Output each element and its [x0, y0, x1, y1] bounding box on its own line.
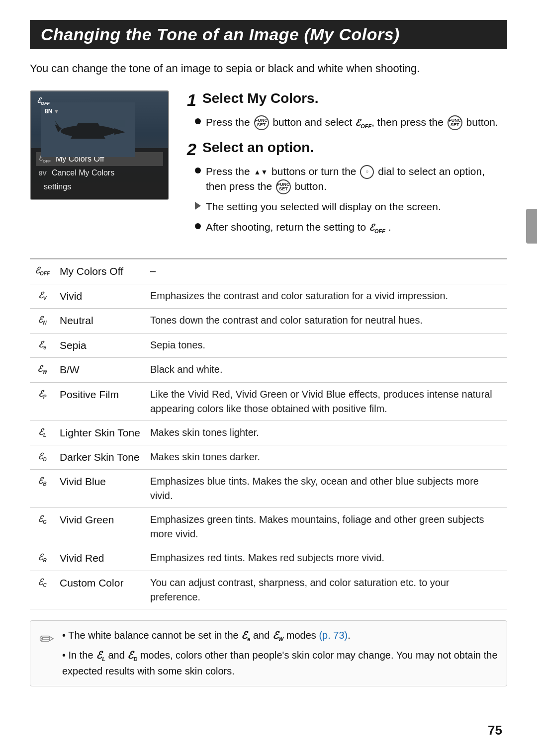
- bullet-dot-icon: [195, 118, 201, 124]
- svg-marker-5: [71, 135, 105, 139]
- svg-text:▼: ▼: [54, 108, 59, 114]
- bullet-dot-icon-2: [195, 168, 201, 173]
- nav-arrows-icon: ▲▼: [254, 167, 268, 177]
- steps-section: 1 Select My Colors. Press the FUNCSET bu…: [187, 90, 507, 244]
- plane-silhouette-icon: 8N ▼: [41, 102, 135, 157]
- table-row: ℰC Custom Color You can adjust contrast,…: [30, 571, 507, 609]
- step-2-bullets: Press the ▲▼ buttons or turn the ○ dial …: [187, 164, 507, 236]
- func-set-icon-2: FUNCSET: [448, 115, 462, 130]
- table-cell-name: Neutral: [55, 309, 145, 333]
- step-2-number: 2: [187, 140, 196, 159]
- table-cell-desc: Makes skin tones darker.: [145, 445, 507, 470]
- step-2-title: Select an option.: [202, 140, 314, 155]
- table-cell-name: Darker Skin Tone: [55, 445, 145, 470]
- table-cell-name: Sepia: [55, 333, 145, 357]
- step-2-bullet-1-text: Press the ▲▼ buttons or turn the ○ dial …: [206, 164, 507, 195]
- table-row: ℰV Vivid Emphasizes the contrast and col…: [30, 284, 507, 308]
- step-2-bullet-1: Press the ▲▼ buttons or turn the ○ dial …: [195, 164, 507, 195]
- table-row: ℰL Lighter Skin Tone Makes skin tones li…: [30, 420, 507, 445]
- dial-icon: ○: [360, 165, 374, 179]
- note-pencil-icon: ✏: [39, 629, 54, 650]
- table-cell-desc: Emphasizes the contrast and color satura…: [145, 284, 507, 308]
- table-icon: ℰV: [38, 291, 47, 300]
- table-cell-name: Vivid Red: [55, 546, 145, 571]
- note-line-2: • In the ℰL and ℰD modes, colors other t…: [62, 648, 498, 679]
- table-cell-name: Vivid: [55, 284, 145, 308]
- step-1: 1 Select My Colors. Press the FUNCSET bu…: [187, 90, 507, 131]
- table-row: ℰW B/W Black and white.: [30, 358, 507, 382]
- step-1-bullets: Press the FUNCSET button and select ℰOFF…: [187, 115, 507, 131]
- table-row: ℰD Darker Skin Tone Makes skin tones dar…: [30, 445, 507, 470]
- table-cell-desc: Emphasizes red tints. Makes red subjects…: [145, 546, 507, 571]
- bullet-dot-icon-3: [195, 223, 201, 229]
- step-1-title: Select My Colors.: [202, 90, 318, 106]
- note-link[interactable]: (p. 73): [319, 630, 348, 641]
- table-row: ℰG Vivid Green Emphasizes green tints. M…: [30, 508, 507, 546]
- table-cell-desc: Sepia tones.: [145, 333, 507, 357]
- table-row: ℰOFF My Colors Off –: [30, 259, 507, 284]
- table-cell-desc: You can adjust contrast, sharpness, and …: [145, 571, 507, 609]
- table-cell-desc: Emphasizes blue tints. Makes the sky, oc…: [145, 470, 507, 508]
- table-icon: ℰR: [38, 553, 46, 562]
- step-2-bullet-3-text: After shooting, return the setting to ℰO…: [206, 220, 391, 236]
- table-cell-desc: Makes skin tones lighter.: [145, 420, 507, 445]
- step-2-bullet-3: After shooting, return the setting to ℰO…: [195, 220, 507, 236]
- table-icon: ℰN: [38, 315, 46, 325]
- svg-text:8N: 8N: [45, 108, 52, 115]
- options-table: ℰOFF My Colors Off – ℰV Vivid Emphasizes…: [30, 259, 507, 609]
- table-icon: ℰOFF: [35, 266, 50, 275]
- intro-text: You can change the tone of an image to s…: [30, 60, 507, 77]
- table-icon: ℰB: [38, 476, 46, 486]
- table-icon: ℰC: [38, 578, 46, 587]
- right-tab: [526, 209, 537, 244]
- table-cell-name: My Colors Off: [55, 259, 145, 284]
- table-cell-name: Lighter Skin Tone: [55, 420, 145, 445]
- step-2-bullet-2: The setting you selected will display on…: [195, 199, 507, 214]
- table-cell-desc: Tones down the contrast and color satura…: [145, 309, 507, 333]
- camera-corner-label: ℰOFF: [37, 96, 50, 106]
- step-2-bullet-2-text: The setting you selected will display on…: [206, 199, 441, 214]
- table-row: ℰN Neutral Tones down the contrast and c…: [30, 309, 507, 333]
- table-icon: ℰG: [38, 514, 47, 524]
- table-row: ℰB Vivid Blue Emphasizes blue tints. Mak…: [30, 470, 507, 508]
- camera-screen: 8N ▼ ℰOFF ℰOFF My Colors Off 8V Cancel M…: [30, 90, 169, 200]
- menu-row-cancelmycolors: 8V Cancel My Colors: [36, 166, 163, 180]
- table-cell-name: Custom Color: [55, 571, 145, 609]
- note-box: ✏ • The white balance cannot be set in t…: [30, 620, 507, 686]
- table-icon: ℰD: [38, 452, 46, 461]
- func-set-icon-3: FUNCSET: [276, 179, 291, 194]
- page-number: 75: [488, 723, 502, 738]
- menu-row-settings: settings: [36, 180, 163, 194]
- table-icon: ℰL: [38, 427, 46, 437]
- step-1-bullet-1-text: Press the FUNCSET button and select ℰOFF…: [206, 115, 498, 131]
- table-cell-name: Vivid Blue: [55, 470, 145, 508]
- step-2: 2 Select an option. Press the ▲▼ buttons…: [187, 140, 507, 236]
- note-content: • The white balance cannot be set in the…: [62, 628, 498, 679]
- table-row: ℰP Positive Film Like the Vivid Red, Viv…: [30, 382, 507, 420]
- svg-marker-4: [76, 123, 100, 127]
- table-cell-desc: –: [145, 259, 507, 284]
- func-set-icon: FUNCSET: [254, 115, 269, 130]
- top-section: 8N ▼ ℰOFF ℰOFF My Colors Off 8V Cancel M…: [30, 90, 507, 244]
- table-cell-desc: Emphasizes green tints. Makes mountains,…: [145, 508, 507, 546]
- table-cell-name: Vivid Green: [55, 508, 145, 546]
- table-cell-desc: Like the Vivid Red, Vivid Green or Vivid…: [145, 382, 507, 420]
- table-icon: ℰP: [38, 389, 47, 399]
- step-1-number: 1: [187, 90, 196, 110]
- table-cell-desc: Black and white.: [145, 358, 507, 382]
- arrow-icon: [195, 202, 201, 210]
- page-title: Changing the Tone of an Image (My Colors…: [30, 20, 507, 49]
- note-line-1: • The white balance cannot be set in the…: [62, 628, 498, 644]
- camera-screen-inner: 8N ▼ ℰOFF ℰOFF My Colors Off 8V Cancel M…: [31, 91, 168, 199]
- table-cell-name: B/W: [55, 358, 145, 382]
- table-row: ℰe Sepia Sepia tones.: [30, 333, 507, 357]
- table-icon: ℰW: [37, 364, 47, 374]
- table-cell-name: Positive Film: [55, 382, 145, 420]
- table-icon: ℰe: [38, 340, 46, 349]
- step-1-bullet-1: Press the FUNCSET button and select ℰOFF…: [195, 115, 507, 131]
- table-row: ℰR Vivid Red Emphasizes red tints. Makes…: [30, 546, 507, 571]
